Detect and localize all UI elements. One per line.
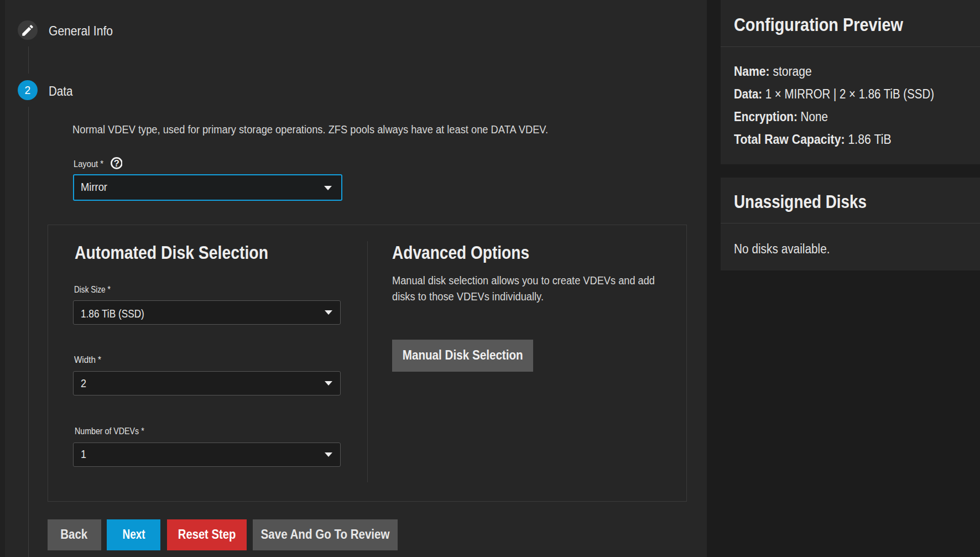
svg-text:?: ? [114,158,119,168]
